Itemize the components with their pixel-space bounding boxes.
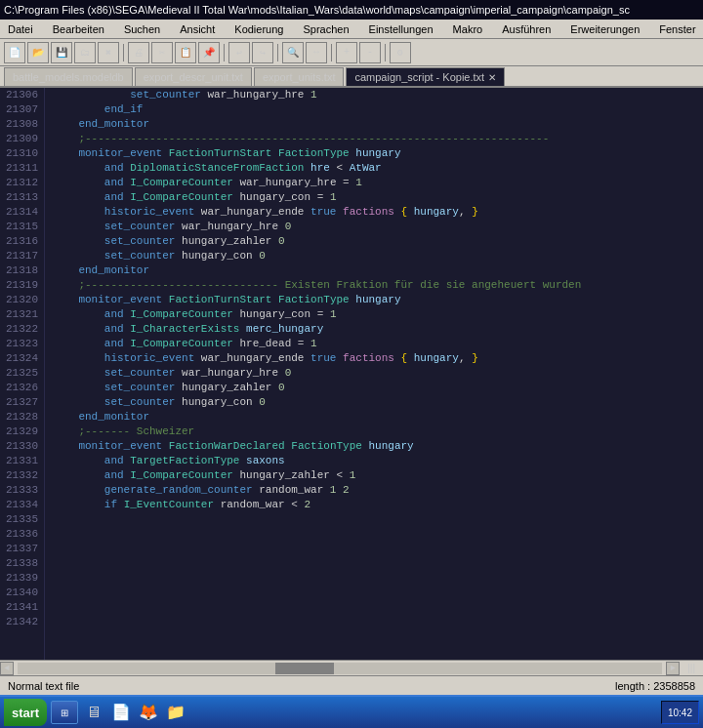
- sep3: [277, 44, 278, 61]
- menu-einstellungen[interactable]: Einstellungen: [365, 21, 437, 37]
- zoom-in-btn[interactable]: +: [336, 42, 357, 63]
- code-content[interactable]: set_counter war_hungary_hre 1 end_if end…: [45, 88, 703, 660]
- menu-makro[interactable]: Makro: [449, 21, 487, 37]
- taskbar-show-desktop[interactable]: ⊞: [51, 701, 78, 724]
- print-btn[interactable]: 🖨: [128, 42, 149, 63]
- taskbar-icon-folder[interactable]: 📁: [164, 701, 187, 724]
- tab-label-export-descr: export_descr_unit.txt: [144, 71, 243, 83]
- start-button[interactable]: start: [4, 699, 47, 726]
- editor: 2130621307213082130921310213112131221313…: [0, 88, 703, 660]
- sep1: [123, 44, 124, 61]
- line-numbers: 2130621307213082130921310213112131221313…: [0, 88, 45, 660]
- toolbar: 📄 📂 💾 🗂 ✖ 🖨 ✂ 📋 📌 ↩ ↪ 🔍 ↔ + - ⚙: [0, 39, 703, 66]
- menu-bearbeiten[interactable]: Bearbeiten: [49, 21, 108, 37]
- tab-label-export-units: export_units.txt: [263, 71, 336, 83]
- tab-battle-models[interactable]: battle_models.modeldb: [4, 67, 133, 86]
- status-left: Normal text file: [8, 680, 79, 692]
- tab-export-descr[interactable]: export_descr_unit.txt: [135, 67, 252, 86]
- sep2: [224, 44, 225, 61]
- save-btn[interactable]: 💾: [51, 42, 72, 63]
- open-btn[interactable]: 📂: [27, 42, 49, 63]
- tab-bar: battle_models.modeldb export_descr_unit.…: [0, 66, 703, 88]
- hscroll-thumb[interactable]: [275, 663, 334, 674]
- hscroll-left[interactable]: ◄: [0, 662, 14, 675]
- new-btn[interactable]: 📄: [4, 42, 25, 63]
- menu-bar: Datei Bearbeiten Suchen Ansicht Kodierun…: [0, 20, 703, 39]
- taskbar-icon-monitor[interactable]: 🖥: [82, 701, 105, 724]
- taskbar-icon-firefox[interactable]: 🦊: [137, 701, 160, 724]
- menu-suchen[interactable]: Suchen: [120, 21, 164, 37]
- taskbar-tray: 10:42: [661, 701, 699, 724]
- taskbar-icon-word[interactable]: 📄: [109, 701, 133, 724]
- paste-btn[interactable]: 📌: [198, 42, 220, 63]
- status-bar: Normal text file length : 2358858: [0, 675, 703, 695]
- tab-close-icon[interactable]: ✕: [488, 72, 496, 83]
- tab-label-campaign-script: campaign_script - Kopie.txt: [354, 71, 484, 83]
- menu-fenster[interactable]: Fenster: [655, 21, 699, 37]
- sep5: [385, 44, 386, 61]
- copy-btn[interactable]: 📋: [175, 42, 196, 63]
- menu-kodierung[interactable]: Kodierung: [230, 21, 287, 37]
- menu-sprachen[interactable]: Sprachen: [299, 21, 352, 37]
- tab-campaign-script[interactable]: campaign_script - Kopie.txt ✕: [346, 67, 505, 86]
- cut-btn[interactable]: ✂: [151, 42, 173, 63]
- menu-ausfuhren[interactable]: Ausführen: [498, 21, 555, 37]
- title-bar: C:\Program Files (x86)\SEGA\Medieval II …: [0, 0, 703, 20]
- zoom-out-btn[interactable]: -: [359, 42, 381, 63]
- find-btn[interactable]: 🔍: [282, 42, 304, 63]
- sep4: [331, 44, 332, 61]
- undo-btn[interactable]: ↩: [228, 42, 250, 63]
- tab-export-units[interactable]: export_units.txt: [254, 67, 345, 86]
- menu-datei[interactable]: Datei: [4, 21, 37, 37]
- status-right: length : 2358858: [615, 680, 695, 692]
- taskbar-time: 10:42: [668, 708, 692, 718]
- code-area: 2130621307213082130921310213112131221313…: [0, 88, 703, 660]
- hscroll-track[interactable]: [18, 663, 662, 674]
- menu-ansicht[interactable]: Ansicht: [176, 21, 219, 37]
- hscroll-label: |||: [680, 663, 703, 673]
- redo-btn[interactable]: ↪: [252, 42, 273, 63]
- hscroll-right[interactable]: ►: [666, 662, 680, 675]
- close-btn[interactable]: ✖: [98, 42, 119, 63]
- title-text: C:\Program Files (x86)\SEGA\Medieval II …: [4, 4, 630, 16]
- save-all-btn[interactable]: 🗂: [74, 42, 96, 63]
- settings-btn[interactable]: ⚙: [390, 42, 411, 63]
- tab-label-battle-models: battle_models.modeldb: [13, 71, 124, 83]
- menu-erweiterungen[interactable]: Erweiterungen: [566, 21, 643, 37]
- taskbar: start ⊞ 🖥 📄 🦊 📁 10:42: [0, 695, 703, 728]
- hscrollbar[interactable]: ◄ ► |||: [0, 660, 703, 675]
- replace-btn[interactable]: ↔: [306, 42, 327, 63]
